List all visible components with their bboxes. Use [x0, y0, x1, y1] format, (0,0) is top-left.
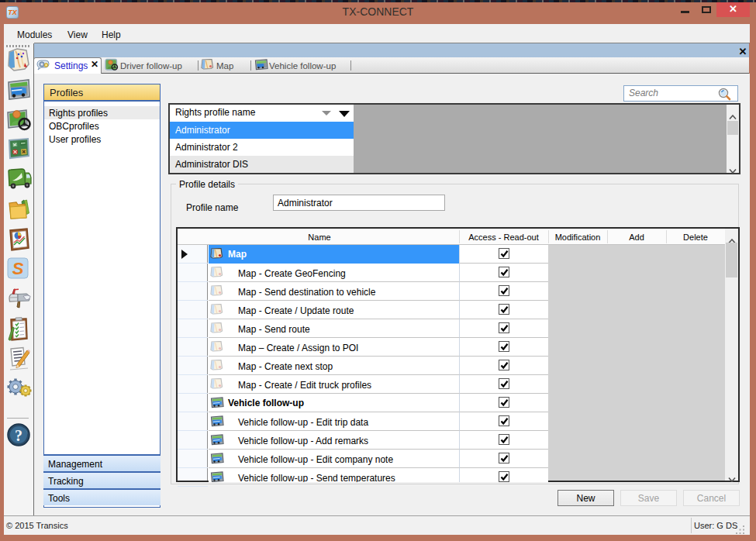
svg-text:?: ? — [15, 427, 22, 444]
svg-text:S: S — [12, 259, 24, 278]
